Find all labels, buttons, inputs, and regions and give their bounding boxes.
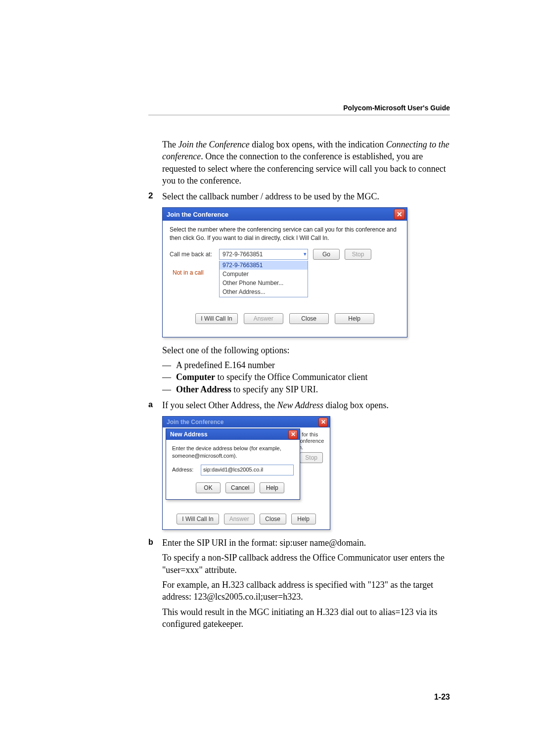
chevron-down-icon: ▾ bbox=[304, 250, 307, 258]
step-a-pre: If you select Other Address, the bbox=[162, 400, 277, 410]
options-list: —A predefined E.164 number —Computer to … bbox=[162, 359, 450, 395]
dropdown-option[interactable]: Other Address... bbox=[220, 287, 308, 296]
callback-combobox[interactable]: 972-9-7663851 ▾ bbox=[219, 249, 308, 260]
dropdown-option[interactable]: 972-9-7663851 bbox=[220, 261, 308, 270]
dash-bullet: — bbox=[162, 359, 176, 371]
step-b-line1: Enter the SIP URI in the format: sip:use… bbox=[162, 537, 450, 549]
close-icon[interactable]: ✕ bbox=[318, 418, 328, 427]
dialog-instruction: Select the number where the conferencing… bbox=[170, 226, 400, 241]
step-b-line4: This would result in the MGC initiating … bbox=[162, 606, 450, 630]
help-button[interactable]: Help bbox=[291, 514, 316, 524]
step-a-post: dialog box opens. bbox=[323, 400, 389, 410]
inner-dialog-title: New Address bbox=[170, 430, 208, 438]
page-number: 1-23 bbox=[434, 693, 450, 702]
close-icon[interactable]: ✕ bbox=[288, 430, 298, 439]
dropdown-option[interactable]: Computer bbox=[220, 270, 308, 279]
dash-bullet: — bbox=[162, 383, 176, 395]
step-a-row: a If you select Other Address, the New A… bbox=[148, 399, 450, 411]
answer-button[interactable]: Answer bbox=[244, 313, 283, 324]
dialog-title: Join the Conference bbox=[167, 210, 228, 219]
intro-paragraph: The Join the Conference dialog box opens… bbox=[162, 139, 450, 187]
cancel-button[interactable]: Cancel bbox=[225, 482, 255, 493]
inner-dialog-titlebar: New Address ✕ bbox=[166, 429, 300, 440]
callback-selected-value: 972-9-7663851 bbox=[222, 250, 263, 258]
stop-button[interactable]: Stop bbox=[345, 249, 371, 260]
help-button[interactable]: Help bbox=[260, 482, 284, 493]
call-me-back-label: Call me back at: bbox=[170, 250, 214, 258]
callback-dropdown-list[interactable]: 972-9-7663851 Computer Other Phone Numbe… bbox=[219, 261, 308, 297]
answer-button[interactable]: Answer bbox=[224, 514, 255, 524]
inner-instruction: Enter the device address below (for exam… bbox=[172, 445, 294, 460]
new-address-dialog: New Address ✕ Enter the device address b… bbox=[166, 428, 300, 500]
intro-em1: Join the Conference bbox=[178, 140, 249, 149]
address-label: Address: bbox=[172, 466, 196, 473]
help-button[interactable]: Help bbox=[335, 313, 374, 324]
step-a-em: New Address bbox=[277, 400, 323, 410]
i-will-call-in-button[interactable]: I Will Call In bbox=[177, 514, 219, 524]
intro-post: . Once the connection to the conference … bbox=[162, 151, 446, 186]
select-options-text: Select one of the following options: bbox=[162, 344, 450, 356]
option-3-rest: to specify any SIP URI. bbox=[231, 384, 318, 394]
ok-button[interactable]: OK bbox=[196, 482, 221, 493]
dialog-titlebar: Join the Conference ✕ bbox=[163, 208, 407, 221]
step-b-line3: For example, an H.323 callback address i… bbox=[162, 579, 450, 603]
i-will-call-in-button[interactable]: I Will Call In bbox=[195, 313, 237, 324]
close-button[interactable]: Close bbox=[289, 313, 329, 324]
option-1: A predefined E.164 number bbox=[176, 359, 450, 371]
step-2-row: 2 Select the callback number / address t… bbox=[148, 190, 450, 202]
not-in-a-call-status: Not in a call bbox=[173, 269, 204, 277]
outer-dialog-titlebar: Join the Conference ✕ bbox=[163, 417, 330, 427]
outer-dialog-title: Join the Conference bbox=[167, 418, 223, 426]
close-button[interactable]: Close bbox=[260, 514, 286, 524]
dropdown-option[interactable]: Other Phone Number... bbox=[220, 279, 308, 287]
dash-bullet: — bbox=[162, 371, 176, 383]
option-2-rest: to specify the Office Communicator clien… bbox=[215, 372, 368, 382]
option-3: Other Address to specify any SIP URI. bbox=[176, 383, 450, 395]
stop-button-behind[interactable]: Stop bbox=[300, 452, 323, 463]
step-2-text: Select the callback number / address to … bbox=[162, 190, 450, 202]
join-conference-dialog: Join the Conference ✕ Select the number … bbox=[162, 207, 407, 337]
address-input[interactable]: sip:david1@lcs2005.co.il bbox=[201, 465, 294, 475]
option-2: Computer to specify the Office Communica… bbox=[176, 371, 450, 383]
close-icon[interactable]: ✕ bbox=[394, 209, 405, 220]
step-b-row: b Enter the SIP URI in the format: sip:u… bbox=[148, 537, 450, 630]
behind-text-fragment: u for this conference In. bbox=[297, 431, 325, 451]
step-a-letter: a bbox=[148, 399, 162, 411]
address-value: sip:david1@lcs2005.co.il bbox=[203, 466, 263, 473]
step-a-text: If you select Other Address, the New Add… bbox=[162, 399, 450, 411]
step-b-line2: To specify a non-SIP callback address th… bbox=[162, 552, 450, 576]
intro-pre: The bbox=[162, 140, 178, 149]
new-address-dialog-stack: Join the Conference ✕ u for this confere… bbox=[162, 416, 330, 530]
option-2-bold: Computer bbox=[176, 372, 215, 382]
header-guide-title: Polycom-Microsoft User's Guide bbox=[343, 104, 450, 112]
step-2-number: 2 bbox=[148, 190, 162, 202]
go-button[interactable]: Go bbox=[313, 249, 340, 260]
intro-mid1: dialog box opens, with the indication bbox=[250, 140, 386, 149]
option-3-bold: Other Address bbox=[176, 384, 231, 394]
header-divider bbox=[148, 115, 450, 115]
step-b-letter: b bbox=[148, 537, 162, 630]
